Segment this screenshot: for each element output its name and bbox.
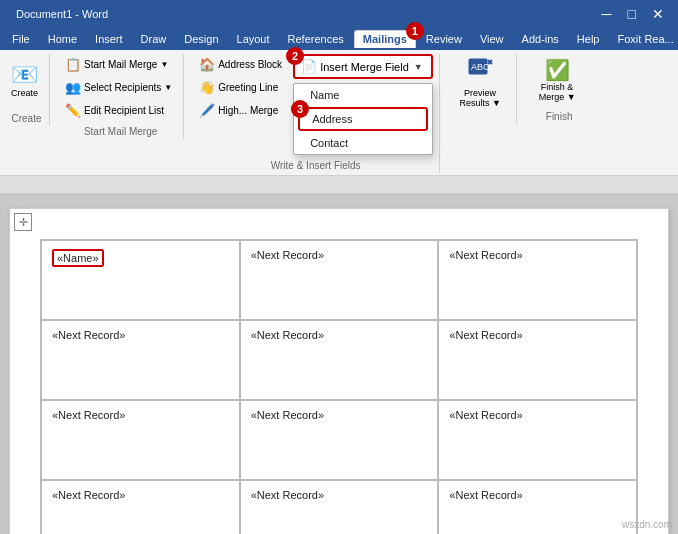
dropdown-item-name[interactable]: Name — [294, 84, 432, 106]
svg-text:ABC: ABC — [471, 62, 490, 72]
menu-insert[interactable]: Insert — [87, 31, 131, 47]
insert-merge-field-label: Insert Merge Field — [320, 61, 409, 73]
menu-draw[interactable]: Draw — [133, 31, 175, 47]
address-block-button[interactable]: 🏠 Address Block — [194, 54, 287, 75]
label-cell-4-1: «Next Record» — [41, 480, 240, 534]
watermark: wsxdn.com — [622, 519, 672, 530]
next-record-tag-4-1: «Next Record» — [52, 489, 125, 501]
start-merge-label: Start Mail Merge — [84, 59, 157, 70]
menu-references[interactable]: References — [280, 31, 352, 47]
ribbon-group-start: 📋 Start Mail Merge ▼ 👥 Select Recipients… — [58, 54, 184, 139]
next-record-tag-4-3: «Next Record» — [449, 489, 522, 501]
label-cell-3-2: «Next Record» — [240, 400, 439, 480]
next-record-tag-3-1: «Next Record» — [52, 409, 125, 421]
create-group-label: Create — [4, 113, 49, 124]
next-record-tag-3-3: «Next Record» — [449, 409, 522, 421]
next-record-tag-2-1: «Next Record» — [52, 329, 125, 341]
create-button[interactable]: 📧 Create — [6, 54, 43, 108]
maximize-btn[interactable]: □ — [622, 6, 642, 22]
highlight-label: High... Merge — [218, 105, 278, 116]
menu-help[interactable]: Help — [569, 31, 608, 47]
write-group-label: Write & Insert Fields — [192, 160, 439, 171]
start-group-label: Start Mail Merge — [58, 126, 183, 137]
document-workspace: ✛ «Name» «Next Record» «Next Record» «Ne… — [0, 194, 678, 534]
label-cell-1-2: «Next Record» — [240, 240, 439, 320]
next-record-tag-3-2: «Next Record» — [251, 409, 324, 421]
next-record-tag-1-2: «Next Record» — [251, 249, 324, 261]
start-merge-icon: 📋 — [65, 57, 81, 72]
next-record-tag-2-2: «Next Record» — [251, 329, 324, 341]
edit-list-label: Edit Recipient List — [84, 105, 164, 116]
menu-review[interactable]: Review — [418, 31, 470, 47]
ribbon-group-preview: ABC Preview Results ▼ — [448, 54, 517, 124]
next-record-tag-2-3: «Next Record» — [449, 329, 522, 341]
highlight-icon: 🖊️ — [199, 103, 215, 118]
menu-layout[interactable]: Layout — [229, 31, 278, 47]
insert-merge-field-button[interactable]: 2 📄 Insert Merge Field ▼ — [293, 54, 433, 79]
menu-file[interactable]: File — [4, 31, 38, 47]
preview-icon: ABC — [466, 54, 494, 86]
finish-group-label: Finish — [525, 111, 593, 122]
title-bar: Document1 - Word ─ □ ✕ — [0, 0, 678, 28]
ribbon-group-create: 📧 Create Create — [4, 54, 50, 126]
menu-view[interactable]: View — [472, 31, 512, 47]
label-cell-4-2: «Next Record» — [240, 480, 439, 534]
label-grid: «Name» «Next Record» «Next Record» «Next… — [40, 239, 638, 534]
greeting-line-label: Greeting Line — [218, 82, 278, 93]
step2-badge: 2 — [286, 47, 304, 65]
write-top-row: 🏠 Address Block 👋 Greeting Line 🖊️ High.… — [194, 54, 433, 155]
window-controls: ─ □ ✕ — [596, 6, 670, 22]
finish-merge-button[interactable]: ✅ Finish & Merge ▼ — [527, 54, 587, 108]
edit-recipient-list-button[interactable]: ✏️ Edit Recipient List — [60, 100, 169, 121]
preview-results-button[interactable]: ABC Preview Results ▼ — [450, 54, 510, 108]
menu-design[interactable]: Design — [176, 31, 226, 47]
name-field-tag: «Name» — [52, 249, 104, 267]
label-cell-1-3: «Next Record» — [438, 240, 637, 320]
write-right-col: 2 📄 Insert Merge Field ▼ Name 3 Address … — [293, 54, 433, 155]
step1-badge: 1 — [406, 22, 424, 40]
start-merge-arrow: ▼ — [160, 60, 168, 69]
label-cell-2-3: «Next Record» — [438, 320, 637, 400]
menu-mailings[interactable]: Mailings 1 — [354, 30, 416, 48]
menu-bar: File Home Insert Draw Design Layout Refe… — [0, 28, 678, 50]
label-cell-2-1: «Next Record» — [41, 320, 240, 400]
finish-icon: ✅ — [545, 60, 570, 80]
move-handle[interactable]: ✛ — [14, 213, 32, 231]
address-block-icon: 🏠 — [199, 57, 215, 72]
menu-addins[interactable]: Add-ins — [514, 31, 567, 47]
finish-label: Finish & Merge ▼ — [532, 82, 582, 102]
create-label: Create — [11, 88, 38, 98]
close-btn[interactable]: ✕ — [646, 6, 670, 22]
create-row: 📧 Create — [6, 54, 43, 108]
start-merge-row: 📋 Start Mail Merge ▼ — [60, 54, 173, 75]
select-recipients-button[interactable]: 👥 Select Recipients ▼ — [60, 77, 177, 98]
menu-foxit[interactable]: Foxit Rea... — [609, 31, 678, 47]
create-icon: 📧 — [11, 64, 38, 86]
next-record-tag-4-2: «Next Record» — [251, 489, 324, 501]
dropdown-item-contact[interactable]: Contact — [294, 132, 432, 154]
edit-list-row: ✏️ Edit Recipient List — [60, 100, 169, 121]
select-recipients-arrow: ▼ — [164, 83, 172, 92]
greeting-line-button[interactable]: 👋 Greeting Line — [194, 77, 287, 98]
start-mail-merge-button[interactable]: 📋 Start Mail Merge ▼ — [60, 54, 173, 75]
greeting-line-icon: 👋 — [199, 80, 215, 95]
select-recipients-icon: 👥 — [65, 80, 81, 95]
dropdown-item-address[interactable]: 3 Address — [298, 107, 428, 131]
preview-label: Preview Results ▼ — [455, 88, 505, 108]
document-page: ✛ «Name» «Next Record» «Next Record» «Ne… — [9, 208, 669, 534]
label-cell-3-1: «Next Record» — [41, 400, 240, 480]
insert-merge-field-icon: 📄 — [301, 59, 317, 74]
label-cell-2-2: «Next Record» — [240, 320, 439, 400]
write-left-col: 🏠 Address Block 👋 Greeting Line 🖊️ High.… — [194, 54, 287, 121]
next-record-tag-1-3: «Next Record» — [449, 249, 522, 261]
minimize-btn[interactable]: ─ — [596, 6, 618, 22]
insert-merge-dropdown: Name 3 Address Contact — [293, 83, 433, 155]
ribbon-group-finish: ✅ Finish & Merge ▼ Finish — [525, 54, 593, 124]
ribbon: 📧 Create Create 📋 Start Mail Merge ▼ 👥 S… — [0, 50, 678, 176]
edit-list-icon: ✏️ — [65, 103, 81, 118]
label-cell-1-1[interactable]: «Name» — [41, 240, 240, 320]
ruler — [0, 176, 678, 194]
menu-home[interactable]: Home — [40, 31, 85, 47]
ribbon-group-write: 🏠 Address Block 👋 Greeting Line 🖊️ High.… — [192, 54, 440, 173]
highlight-merge-button[interactable]: 🖊️ High... Merge — [194, 100, 287, 121]
